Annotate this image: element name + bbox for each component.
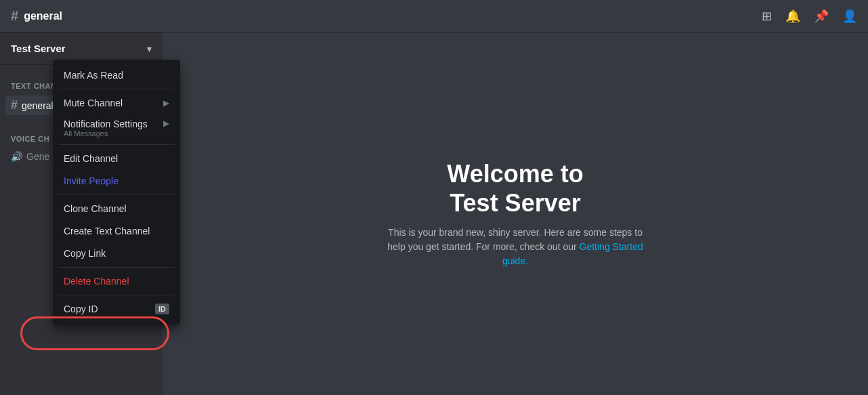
main-content: Welcome to Test Server This is your bran… bbox=[162, 33, 868, 395]
ctx-divider-1 bbox=[58, 89, 175, 89]
channel-name-header: general bbox=[24, 10, 62, 22]
ctx-mute-channel[interactable]: Mute Channel ▶ bbox=[56, 92, 177, 114]
bell-icon[interactable]: 🔔 bbox=[785, 9, 800, 24]
ctx-create-text-channel[interactable]: Create Text Channel bbox=[56, 220, 177, 242]
chevron-down-icon: ▾ bbox=[147, 43, 152, 54]
member-list-icon[interactable]: 👤 bbox=[842, 9, 857, 24]
ctx-clone-channel[interactable]: Clone Channel bbox=[56, 198, 177, 220]
notification-settings-sublabel: All Messages bbox=[64, 129, 108, 138]
top-bar: # general ⊞ 🔔 📌 👤 bbox=[0, 0, 868, 33]
ctx-invite-people[interactable]: Invite People bbox=[56, 170, 177, 192]
submenu-arrow-icon: ▶ bbox=[163, 98, 169, 108]
id-badge: ID bbox=[155, 304, 169, 314]
channel-hash-icon: # bbox=[11, 8, 18, 24]
ctx-notification-settings[interactable]: Notification Settings ▶ All Messages bbox=[56, 115, 177, 142]
ctx-edit-channel[interactable]: Edit Channel bbox=[56, 148, 177, 169]
ctx-delete-channel[interactable]: Delete Channel bbox=[56, 270, 177, 292]
top-bar-right: ⊞ 🔔 📌 👤 bbox=[762, 9, 857, 24]
context-menu: Mark As Read Mute Channel ▶ Notification… bbox=[53, 60, 180, 325]
pin-icon[interactable]: 📌 bbox=[814, 9, 829, 24]
notification-settings-label: Notification Settings bbox=[64, 119, 148, 129]
ctx-divider-4 bbox=[58, 267, 175, 268]
main-layout: Test Server ▾ TEXT CHANNELS + # general … bbox=[0, 33, 868, 395]
voice-icon: 🔊 bbox=[11, 151, 22, 162]
server-title: Test Server bbox=[11, 43, 66, 54]
ctx-divider-5 bbox=[58, 295, 175, 295]
ctx-divider-3 bbox=[58, 194, 175, 195]
ctx-copy-id[interactable]: Copy ID ID bbox=[56, 298, 177, 320]
sidebar: Test Server ▾ TEXT CHANNELS + # general … bbox=[0, 33, 162, 395]
voice-channels-label: VOICE CH bbox=[11, 135, 49, 143]
channel-hash-icon: # bbox=[11, 98, 18, 112]
ctx-divider-2 bbox=[58, 144, 175, 145]
ctx-mark-as-read[interactable]: Mark As Read bbox=[56, 64, 177, 86]
ctx-copy-link[interactable]: Copy Link bbox=[56, 243, 177, 264]
voice-channel-name: Gene bbox=[26, 151, 49, 162]
hashtag-icon[interactable]: ⊞ bbox=[762, 9, 772, 24]
notification-submenu-arrow-icon: ▶ bbox=[163, 119, 169, 129]
top-bar-left: # general bbox=[11, 8, 62, 24]
welcome-description: This is your brand new, shiny server. He… bbox=[387, 226, 644, 268]
welcome-section: Welcome to Test Server This is your bran… bbox=[373, 146, 657, 282]
welcome-title: Welcome to Test Server bbox=[387, 159, 644, 217]
